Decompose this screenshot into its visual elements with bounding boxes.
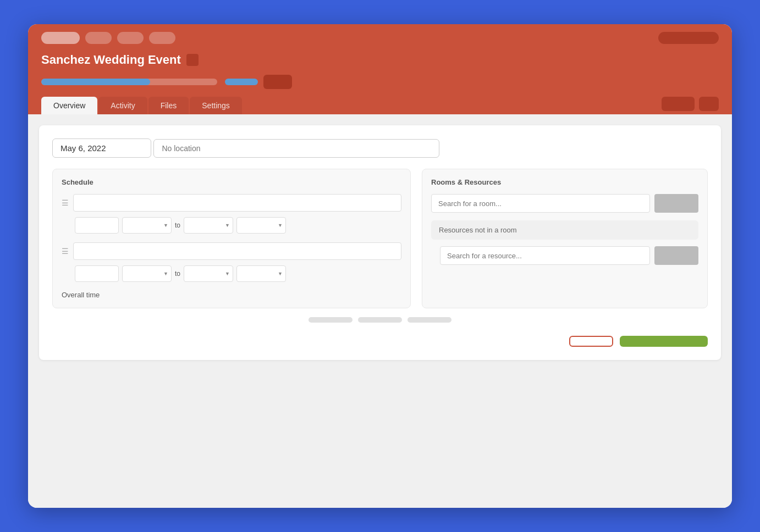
progress-action-btn[interactable] (263, 75, 292, 89)
resource-search-row (440, 246, 698, 265)
ghost-pill-2 (358, 317, 402, 323)
header-btn-1[interactable] (662, 97, 695, 111)
room-add-button[interactable] (654, 194, 698, 213)
ghost-pill-3 (407, 317, 451, 323)
top-nav-left (41, 32, 175, 44)
tab-files[interactable]: Files (148, 97, 189, 114)
rooms-title: Rooms & Resources (431, 178, 698, 186)
time-1-to-select-wrap (184, 217, 233, 234)
time-2-from-select-wrap (122, 265, 172, 282)
progress-bar-fill (41, 79, 150, 85)
drag-handle-1[interactable]: ☰ (62, 198, 69, 207)
progress-bar-container (41, 79, 217, 85)
time-row-1: to (75, 217, 401, 234)
resource-search-input[interactable] (440, 246, 650, 265)
top-nav (41, 32, 719, 44)
header-right-buttons (662, 97, 719, 111)
time-2-to-select[interactable] (184, 265, 233, 282)
bottom-ghost-row (52, 317, 708, 323)
nav-item-2[interactable] (117, 32, 144, 44)
time-row-2: to (75, 265, 401, 282)
time-1-from-select[interactable] (122, 217, 172, 234)
ghost-pill-1 (309, 317, 353, 323)
to-label-2: to (175, 270, 180, 278)
overall-time-label: Overall time (62, 291, 401, 299)
schedule-item-2-name[interactable] (73, 242, 401, 260)
two-column-layout: Schedule ☰ to (52, 169, 708, 308)
nav-item-3[interactable] (149, 32, 175, 44)
time-1-extra-select-wrap (236, 217, 286, 234)
resources-not-in-room-label: Resources not in a room (431, 220, 698, 240)
main-content: Schedule ☰ to (28, 114, 732, 508)
tab-overview[interactable]: Overview (41, 97, 97, 114)
event-title: Sanchez Wedding Event (41, 53, 181, 67)
tab-settings[interactable]: Settings (190, 97, 242, 114)
drag-handle-2[interactable]: ☰ (62, 247, 69, 256)
header-bottom-row: Overview Activity Files Settings (41, 97, 719, 114)
room-search-row (431, 194, 698, 213)
resource-add-button[interactable] (654, 246, 698, 265)
tab-activity[interactable]: Activity (98, 97, 147, 114)
time-1-to-select[interactable] (184, 217, 233, 234)
time-1-extra-select[interactable] (236, 217, 286, 234)
app-header: Sanchez Wedding Event Overview Activity … (28, 24, 732, 114)
time-2-date[interactable] (75, 265, 119, 282)
schedule-row-1: ☰ (62, 194, 401, 212)
time-2-from-select[interactable] (122, 265, 172, 282)
tabs-row: Overview Activity Files Settings (41, 97, 242, 114)
header-btn-2[interactable] (699, 97, 719, 111)
schedule-item-1-name[interactable] (73, 194, 401, 212)
cancel-button[interactable] (569, 336, 613, 347)
date-input[interactable] (52, 138, 151, 158)
time-2-extra-select-wrap (236, 265, 286, 282)
event-title-row: Sanchez Wedding Event (41, 53, 719, 67)
time-2-to-select-wrap (184, 265, 233, 282)
bottom-actions (52, 336, 708, 347)
time-1-from-select-wrap (122, 217, 172, 234)
time-2-extra-select[interactable] (236, 265, 286, 282)
save-button[interactable] (620, 336, 708, 347)
content-card: Schedule ☰ to (39, 125, 721, 360)
schedule-row-2: ☰ (62, 242, 401, 260)
nav-right-action[interactable] (658, 32, 719, 44)
schedule-panel: Schedule ☰ to (52, 169, 411, 308)
rooms-panel: Rooms & Resources Resources not in a roo… (422, 169, 708, 308)
time-1-date[interactable] (75, 217, 119, 234)
progress-row (41, 75, 719, 89)
event-title-badge[interactable] (186, 54, 199, 66)
nav-logo-pill[interactable] (41, 32, 80, 44)
nav-item-1[interactable] (85, 32, 112, 44)
progress-bar-segment (225, 79, 258, 85)
location-input[interactable] (153, 139, 439, 158)
schedule-title: Schedule (62, 178, 401, 186)
room-search-input[interactable] (431, 194, 650, 213)
to-label-1: to (175, 221, 180, 229)
